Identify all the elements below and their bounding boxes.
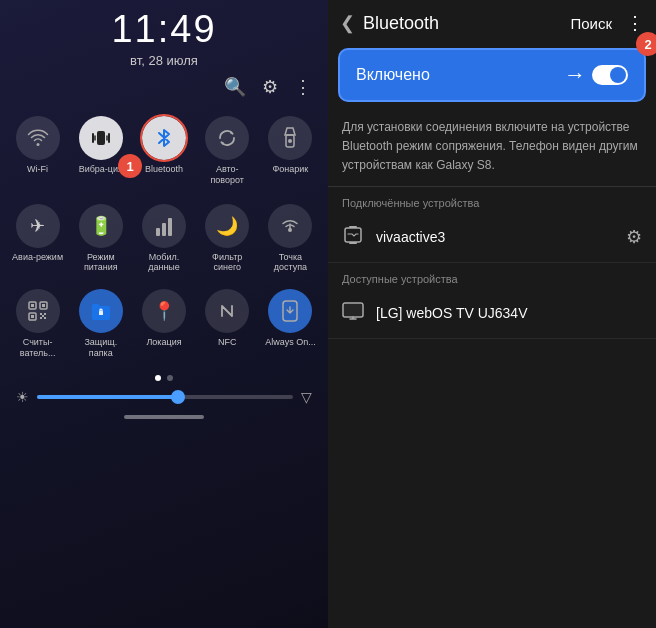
device-icon-tv xyxy=(342,301,364,326)
tile-qr[interactable]: Считы-ватель... xyxy=(8,283,67,365)
tile-battery-label: Режим питания xyxy=(73,252,128,274)
tile-location[interactable]: 📍 Локация xyxy=(134,283,193,365)
search-button[interactable]: Поиск xyxy=(570,15,612,32)
rotate-icon xyxy=(205,116,249,160)
device-name-lgtv: [LG] webOS TV UJ634V xyxy=(376,305,642,321)
tile-hotspot[interactable]: Точка доступа xyxy=(261,198,320,280)
settings-icon[interactable]: ⚙ xyxy=(262,76,278,98)
tile-vibrate[interactable]: Вибра-ция xyxy=(71,110,130,192)
hotspot-icon xyxy=(268,204,312,248)
tile-airplane[interactable]: ✈ Авиа-режим xyxy=(8,198,67,280)
tile-battery[interactable]: 🔋 Режим питания xyxy=(71,198,130,280)
tile-wifi[interactable]: Wi-Fi xyxy=(8,110,67,192)
bluetooth-toggle-row[interactable]: Включено → 2 xyxy=(338,48,646,102)
time-display: 11:49 xyxy=(111,8,216,51)
badge-2: 2 xyxy=(636,32,656,56)
tile-location-label: Локация xyxy=(146,337,181,348)
brightness-thumb[interactable] xyxy=(171,390,185,404)
back-button[interactable]: ❮ xyxy=(340,12,355,34)
right-panel: ❮ Bluetooth Поиск ⋮ Включено → 2 Для уст… xyxy=(328,0,656,628)
tile-bluelight[interactable]: 🌙 Фильтр синего xyxy=(198,198,257,280)
dot-1 xyxy=(155,375,161,381)
svg-rect-3 xyxy=(156,228,160,236)
date-display: вт, 28 июля xyxy=(130,53,198,68)
tile-wifi-label: Wi-Fi xyxy=(27,164,48,175)
qr-icon xyxy=(16,289,60,333)
tile-bluetooth-label: Bluetooth xyxy=(145,164,183,175)
tile-hotspot-label: Точка доступа xyxy=(263,252,318,274)
tile-mobiledata-label: Мобил. данные xyxy=(136,252,191,274)
bluetooth-description: Для установки соединения включите на уст… xyxy=(328,108,656,187)
tile-always-on[interactable]: Always On... xyxy=(261,283,320,365)
svg-rect-8 xyxy=(31,304,34,307)
available-devices-section-title: Доступные устройства xyxy=(328,263,656,289)
tile-mobile-data[interactable]: Мобил. данные xyxy=(134,198,193,280)
tile-flashlight[interactable]: Фонарик xyxy=(261,110,320,192)
quick-tiles-row1: Wi-Fi Вибра-ция Bluetooth xyxy=(0,106,328,196)
home-bar xyxy=(0,415,328,419)
svg-rect-16 xyxy=(349,226,357,228)
svg-rect-17 xyxy=(349,242,357,244)
bluetooth-toggle-label: Включено xyxy=(356,66,430,84)
brightness-bar[interactable]: ☀ ▽ xyxy=(0,385,328,409)
tile-vibrate-label: Вибра-ция xyxy=(79,164,123,175)
tile-nfc[interactable]: NFC xyxy=(198,283,257,365)
home-bar-line xyxy=(124,415,204,419)
svg-rect-19 xyxy=(344,304,362,316)
brightness-expand-icon[interactable]: ▽ xyxy=(301,389,312,405)
mobile-data-icon xyxy=(142,204,186,248)
dot-2 xyxy=(167,375,173,381)
tile-securefolder-label: Защищ. папка xyxy=(73,337,128,359)
svg-rect-5 xyxy=(168,218,172,236)
toggle-switch[interactable] xyxy=(592,65,628,85)
svg-rect-4 xyxy=(162,223,166,236)
tile-secure-folder[interactable]: Защищ. папка xyxy=(71,283,130,365)
svg-point-2 xyxy=(288,139,292,143)
battery-icon: 🔋 xyxy=(79,204,123,248)
more-icon[interactable]: ⋮ xyxy=(294,76,312,98)
status-bar: 11:49 вт, 28 июля xyxy=(0,0,328,68)
secure-folder-icon xyxy=(79,289,123,333)
quick-tiles-row3: Считы-ватель... Защищ. папка 📍 Локация xyxy=(0,281,328,367)
arrow-right-icon: → xyxy=(564,62,586,88)
brightness-fill xyxy=(37,395,178,399)
device-row-vivaactive[interactable]: vivaactive3 ⚙ xyxy=(328,213,656,263)
brightness-track[interactable] xyxy=(37,395,293,399)
tile-rotate[interactable]: Авто-поворот xyxy=(198,110,257,192)
wifi-icon xyxy=(16,116,60,160)
tile-bluetooth[interactable]: Bluetooth xyxy=(134,110,193,192)
bluetooth-header: ❮ Bluetooth Поиск ⋮ xyxy=(328,0,656,42)
arrow-toggle: → xyxy=(564,62,628,88)
device-name-vivaactive: vivaactive3 xyxy=(376,229,626,245)
tile-flashlight-label: Фонарик xyxy=(273,164,309,175)
tile-alwayson-label: Always On... xyxy=(265,337,316,348)
svg-rect-10 xyxy=(42,304,45,307)
tile-airplane-label: Авиа-режим xyxy=(12,252,63,263)
location-icon: 📍 xyxy=(142,289,186,333)
left-panel: 11:49 вт, 28 июля 🔍 ⚙ ⋮ 1 Wi-Fi xyxy=(0,0,328,628)
tile-rotate-label: Авто-поворот xyxy=(200,164,255,186)
toggle-thumb xyxy=(610,67,626,83)
bluetooth-title: Bluetooth xyxy=(363,13,570,34)
quick-tiles-row2: ✈ Авиа-режим 🔋 Режим питания Мобил. данн… xyxy=(0,196,328,282)
tile-nfc-label: NFC xyxy=(218,337,237,348)
always-on-icon xyxy=(268,289,312,333)
description-text: Для установки соединения включите на уст… xyxy=(342,120,638,172)
device-icon-watch xyxy=(342,225,364,250)
tile-qr-label: Считы-ватель... xyxy=(10,337,65,359)
svg-rect-12 xyxy=(31,315,34,318)
search-icon[interactable]: 🔍 xyxy=(224,76,246,98)
vibrate-icon xyxy=(79,116,123,160)
svg-rect-0 xyxy=(97,131,105,145)
device-settings-icon[interactable]: ⚙ xyxy=(626,226,642,248)
device-row-lgtv[interactable]: [LG] webOS TV UJ634V xyxy=(328,289,656,339)
page-indicator xyxy=(0,375,328,381)
bluetooth-icon xyxy=(142,116,186,160)
more-button[interactable]: ⋮ xyxy=(626,12,644,34)
nfc-icon xyxy=(205,289,249,333)
flashlight-icon xyxy=(268,116,312,160)
top-icons-row: 🔍 ⚙ ⋮ xyxy=(0,68,328,106)
badge-1: 1 xyxy=(118,154,142,178)
tile-bluelight-label: Фильтр синего xyxy=(200,252,255,274)
bluelight-icon: 🌙 xyxy=(205,204,249,248)
